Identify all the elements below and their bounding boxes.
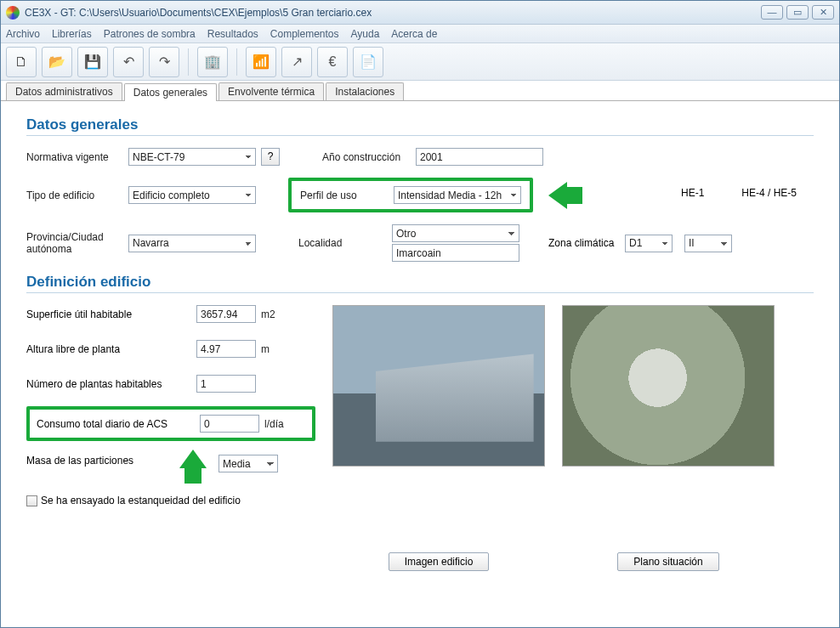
ensayo-checkbox[interactable] [26, 495, 37, 506]
tab-datos-administrativos[interactable]: Datos administrativos [6, 82, 122, 100]
menu-resultados[interactable]: Resultados [207, 28, 258, 40]
ano-input[interactable] [416, 148, 543, 166]
zone-he45-label: HE-4 / HE-5 [741, 187, 797, 199]
tipo-select[interactable]: Edificio completo [128, 186, 256, 204]
acs-highlight: Consumo total diario de ACS l/día [26, 406, 315, 441]
superficie-unit: m2 [261, 308, 275, 320]
rating-icon[interactable]: 📶 [246, 47, 276, 77]
zona-he45-select[interactable]: II [684, 235, 732, 252]
menu-librerias[interactable]: Librerías [52, 28, 92, 40]
section-definicion-title: Definición edificio [26, 274, 814, 293]
altura-input[interactable] [196, 340, 256, 358]
building-image [332, 305, 545, 467]
perfil-select[interactable]: Intensidad Media - 12h [394, 186, 521, 204]
satellite-image [562, 305, 775, 467]
app-window: CE3X - GT: C:\Users\Usuario\Documents\CE… [0, 0, 840, 628]
measures-icon[interactable]: ↗ [281, 47, 312, 77]
menu-acerca[interactable]: Acerca de [391, 28, 437, 40]
new-file-icon[interactable]: 🗋 [6, 47, 37, 77]
plantas-label: Número de plantas habitables [26, 378, 196, 390]
menu-patrones[interactable]: Patrones de sombra [104, 28, 196, 40]
masa-label: Masa de las particiones [26, 455, 162, 467]
undo-icon[interactable]: ↶ [113, 47, 144, 77]
zona-label: Zona climática [548, 237, 625, 249]
altura-unit: m [261, 343, 270, 355]
tab-instalaciones[interactable]: Instalaciones [326, 82, 404, 100]
acs-arrow-icon [179, 450, 207, 468]
titlebar: CE3X - GT: C:\Users\Usuario\Documents\CE… [1, 1, 839, 25]
normativa-select[interactable]: NBE-CT-79 [128, 148, 256, 166]
economic-icon[interactable]: € [317, 47, 348, 77]
localidad-text-input[interactable] [392, 244, 519, 262]
localidad-select[interactable]: Otro [392, 224, 519, 242]
localidad-label: Localidad [298, 237, 392, 249]
superficie-input[interactable] [196, 305, 256, 323]
zone-he1-label: HE-1 [681, 187, 704, 199]
acs-input[interactable] [200, 415, 259, 433]
ano-label: Año construcción [322, 151, 416, 163]
acs-label: Consumo total diario de ACS [37, 418, 200, 430]
menu-ayuda[interactable]: Ayuda [351, 28, 380, 40]
imagen-edificio-button[interactable]: Imagen edificio [389, 552, 490, 571]
save-file-icon[interactable]: 💾 [77, 47, 108, 77]
menubar: Archivo Librerías Patrones de sombra Res… [1, 25, 839, 43]
menu-archivo[interactable]: Archivo [6, 28, 40, 40]
plano-situacion-button[interactable]: Plano situación [617, 552, 718, 571]
window-title: CE3X - GT: C:\Users\Usuario\Documents\CE… [25, 7, 761, 19]
ensayo-label: Se ha ensayado la estanqueidad del edifi… [41, 495, 241, 506]
masa-select[interactable]: Media [219, 455, 278, 472]
minimize-button[interactable]: — [761, 5, 783, 20]
zona-he1-select[interactable]: D1 [625, 235, 673, 252]
perfil-highlight: Perfil de uso Intensidad Media - 12h [288, 178, 533, 212]
tab-envolvente[interactable]: Envolvente térmica [219, 82, 324, 100]
close-button[interactable]: ✕ [812, 5, 834, 20]
tipo-label: Tipo de edificio [26, 190, 128, 201]
building-icon[interactable]: 🏢 [197, 47, 228, 77]
section-datos-generales-title: Datos generales [26, 116, 814, 136]
provincia-select[interactable]: Navarra [128, 235, 256, 252]
app-icon [6, 6, 20, 20]
perfil-label: Perfil de uso [300, 190, 394, 201]
normativa-help-button[interactable]: ? [261, 148, 280, 166]
open-file-icon[interactable]: 📂 [42, 47, 72, 77]
provincia-label: Provincia/Ciudad autónoma [26, 231, 128, 255]
report-icon[interactable]: 📄 [353, 47, 383, 77]
menu-complementos[interactable]: Complementos [270, 28, 339, 40]
normativa-label: Normativa vigente [26, 151, 128, 163]
maximize-button[interactable]: ▭ [786, 5, 809, 20]
altura-label: Altura libre de planta [26, 343, 196, 355]
redo-icon[interactable]: ↷ [149, 47, 179, 77]
tab-datos-generales[interactable]: Datos generales [124, 83, 217, 101]
superficie-label: Superficie útil habitable [26, 308, 196, 320]
toolbar: 🗋 📂 💾 ↶ ↷ 🏢 📶 ↗ € 📄 [1, 43, 839, 81]
plantas-input[interactable] [196, 375, 256, 393]
tabstrip: Datos administrativos Datos generales En… [1, 81, 839, 101]
perfil-arrow-icon [548, 182, 567, 209]
acs-unit: l/día [264, 418, 284, 430]
content-area: Datos generales Normativa vigente NBE-CT… [1, 101, 839, 586]
